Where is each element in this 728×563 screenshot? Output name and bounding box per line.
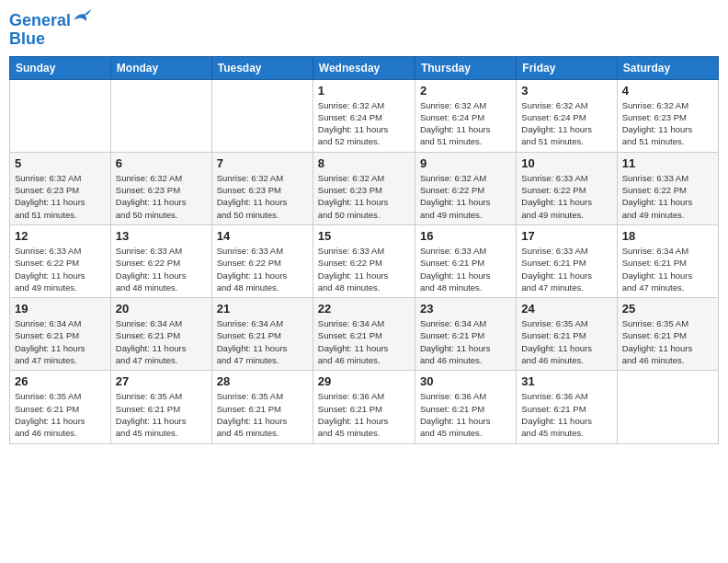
cell-info-text: Sunrise: 6:32 AM Sunset: 6:24 PM Dayligh… bbox=[420, 99, 511, 148]
cell-info-text: Sunrise: 6:33 AM Sunset: 6:22 PM Dayligh… bbox=[318, 245, 410, 293]
calendar-cell: 28Sunrise: 6:35 AM Sunset: 6:21 PM Dayli… bbox=[211, 371, 313, 443]
calendar-cell: 17Sunrise: 6:33 AM Sunset: 6:21 PM Dayli… bbox=[517, 224, 617, 297]
header: GeneralBlue bbox=[9, 9, 719, 49]
calendar-cell bbox=[10, 79, 111, 152]
cell-info-text: Sunrise: 6:36 AM Sunset: 6:21 PM Dayligh… bbox=[521, 390, 611, 439]
calendar-cell: 3Sunrise: 6:32 AM Sunset: 6:24 PM Daylig… bbox=[517, 79, 617, 152]
calendar-cell: 8Sunrise: 6:32 AM Sunset: 6:23 PM Daylig… bbox=[313, 152, 415, 224]
cell-info-text: Sunrise: 6:34 AM Sunset: 6:21 PM Dayligh… bbox=[622, 245, 713, 293]
cell-info-text: Sunrise: 6:35 AM Sunset: 6:21 PM Dayligh… bbox=[217, 390, 308, 439]
cell-day-number: 27 bbox=[116, 374, 207, 388]
cell-day-number: 5 bbox=[15, 156, 106, 170]
cell-info-text: Sunrise: 6:35 AM Sunset: 6:21 PM Dayligh… bbox=[521, 317, 611, 366]
cell-day-number: 26 bbox=[15, 374, 106, 388]
cell-info-text: Sunrise: 6:33 AM Sunset: 6:22 PM Dayligh… bbox=[622, 172, 713, 221]
cell-day-number: 3 bbox=[521, 84, 611, 98]
cell-info-text: Sunrise: 6:33 AM Sunset: 6:22 PM Dayligh… bbox=[15, 245, 106, 293]
cell-info-text: Sunrise: 6:33 AM Sunset: 6:22 PM Dayligh… bbox=[217, 245, 308, 293]
cell-day-number: 11 bbox=[622, 156, 713, 170]
cell-day-number: 16 bbox=[420, 229, 511, 243]
cell-info-text: Sunrise: 6:36 AM Sunset: 6:21 PM Dayligh… bbox=[318, 390, 410, 439]
cell-info-text: Sunrise: 6:34 AM Sunset: 6:21 PM Dayligh… bbox=[318, 317, 410, 366]
calendar-cell: 7Sunrise: 6:32 AM Sunset: 6:23 PM Daylig… bbox=[211, 152, 313, 224]
calendar-week-row: 19Sunrise: 6:34 AM Sunset: 6:21 PM Dayli… bbox=[10, 298, 719, 371]
cell-day-number: 24 bbox=[521, 302, 611, 316]
day-header-sunday: Sunday bbox=[10, 56, 111, 79]
cell-day-number: 30 bbox=[420, 374, 511, 388]
cell-info-text: Sunrise: 6:35 AM Sunset: 6:21 PM Dayligh… bbox=[622, 317, 713, 366]
cell-day-number: 22 bbox=[318, 302, 410, 316]
cell-info-text: Sunrise: 6:34 AM Sunset: 6:21 PM Dayligh… bbox=[15, 317, 106, 366]
calendar-cell: 26Sunrise: 6:35 AM Sunset: 6:21 PM Dayli… bbox=[10, 371, 111, 443]
calendar-cell bbox=[110, 79, 211, 152]
calendar-cell: 29Sunrise: 6:36 AM Sunset: 6:21 PM Dayli… bbox=[313, 371, 415, 443]
calendar-cell: 13Sunrise: 6:33 AM Sunset: 6:22 PM Dayli… bbox=[110, 224, 211, 297]
calendar-week-row: 5Sunrise: 6:32 AM Sunset: 6:23 PM Daylig… bbox=[10, 152, 719, 224]
day-header-tuesday: Tuesday bbox=[211, 56, 313, 79]
cell-day-number: 19 bbox=[15, 302, 106, 316]
calendar-cell: 10Sunrise: 6:33 AM Sunset: 6:22 PM Dayli… bbox=[517, 152, 617, 224]
cell-info-text: Sunrise: 6:32 AM Sunset: 6:22 PM Dayligh… bbox=[420, 172, 511, 221]
cell-day-number: 6 bbox=[116, 156, 207, 170]
cell-day-number: 7 bbox=[217, 156, 308, 170]
cell-info-text: Sunrise: 6:34 AM Sunset: 6:21 PM Dayligh… bbox=[420, 317, 511, 366]
calendar-cell: 12Sunrise: 6:33 AM Sunset: 6:22 PM Dayli… bbox=[10, 224, 111, 297]
cell-day-number: 14 bbox=[217, 229, 308, 243]
calendar-table: SundayMondayTuesdayWednesdayThursdayFrid… bbox=[9, 56, 719, 444]
cell-info-text: Sunrise: 6:32 AM Sunset: 6:23 PM Dayligh… bbox=[15, 172, 106, 221]
calendar-cell: 18Sunrise: 6:34 AM Sunset: 6:21 PM Dayli… bbox=[617, 224, 718, 297]
logo-text: GeneralBlue bbox=[9, 9, 93, 49]
calendar-cell: 2Sunrise: 6:32 AM Sunset: 6:24 PM Daylig… bbox=[415, 79, 516, 152]
calendar-cell: 21Sunrise: 6:34 AM Sunset: 6:21 PM Dayli… bbox=[211, 298, 313, 371]
cell-day-number: 15 bbox=[318, 229, 410, 243]
cell-day-number: 18 bbox=[622, 229, 713, 243]
cell-day-number: 23 bbox=[420, 302, 511, 316]
cell-day-number: 29 bbox=[318, 374, 410, 388]
cell-day-number: 4 bbox=[622, 84, 713, 98]
cell-day-number: 9 bbox=[420, 156, 511, 170]
cell-day-number: 8 bbox=[318, 156, 410, 170]
logo-bird-icon bbox=[73, 6, 93, 26]
cell-day-number: 2 bbox=[420, 84, 511, 98]
calendar-cell: 23Sunrise: 6:34 AM Sunset: 6:21 PM Dayli… bbox=[415, 298, 516, 371]
cell-info-text: Sunrise: 6:32 AM Sunset: 6:24 PM Dayligh… bbox=[521, 99, 611, 148]
cell-info-text: Sunrise: 6:33 AM Sunset: 6:22 PM Dayligh… bbox=[521, 172, 611, 221]
cell-info-text: Sunrise: 6:33 AM Sunset: 6:21 PM Dayligh… bbox=[420, 245, 511, 293]
cell-info-text: Sunrise: 6:32 AM Sunset: 6:23 PM Dayligh… bbox=[318, 172, 410, 221]
calendar-cell: 4Sunrise: 6:32 AM Sunset: 6:23 PM Daylig… bbox=[617, 79, 718, 152]
day-header-friday: Friday bbox=[517, 56, 617, 79]
cell-day-number: 10 bbox=[521, 156, 611, 170]
cell-info-text: Sunrise: 6:32 AM Sunset: 6:24 PM Dayligh… bbox=[318, 99, 410, 148]
cell-day-number: 25 bbox=[622, 302, 713, 316]
calendar-cell: 15Sunrise: 6:33 AM Sunset: 6:22 PM Dayli… bbox=[313, 224, 415, 297]
calendar-cell: 25Sunrise: 6:35 AM Sunset: 6:21 PM Dayli… bbox=[617, 298, 718, 371]
day-header-thursday: Thursday bbox=[415, 56, 516, 79]
cell-info-text: Sunrise: 6:32 AM Sunset: 6:23 PM Dayligh… bbox=[217, 172, 308, 221]
calendar-cell: 6Sunrise: 6:32 AM Sunset: 6:23 PM Daylig… bbox=[110, 152, 211, 224]
calendar-cell: 11Sunrise: 6:33 AM Sunset: 6:22 PM Dayli… bbox=[617, 152, 718, 224]
calendar-header-row: SundayMondayTuesdayWednesdayThursdayFrid… bbox=[10, 56, 719, 79]
calendar-cell: 9Sunrise: 6:32 AM Sunset: 6:22 PM Daylig… bbox=[415, 152, 516, 224]
logo: GeneralBlue bbox=[9, 9, 93, 49]
cell-info-text: Sunrise: 6:35 AM Sunset: 6:21 PM Dayligh… bbox=[116, 390, 207, 439]
cell-day-number: 12 bbox=[15, 229, 106, 243]
calendar-cell: 31Sunrise: 6:36 AM Sunset: 6:21 PM Dayli… bbox=[517, 371, 617, 443]
calendar-week-row: 26Sunrise: 6:35 AM Sunset: 6:21 PM Dayli… bbox=[10, 371, 719, 443]
calendar-cell: 19Sunrise: 6:34 AM Sunset: 6:21 PM Dayli… bbox=[10, 298, 111, 371]
day-header-monday: Monday bbox=[110, 56, 211, 79]
day-header-saturday: Saturday bbox=[617, 56, 718, 79]
cell-info-text: Sunrise: 6:35 AM Sunset: 6:21 PM Dayligh… bbox=[15, 390, 106, 439]
cell-day-number: 17 bbox=[521, 229, 611, 243]
cell-day-number: 31 bbox=[521, 374, 611, 388]
calendar-cell: 30Sunrise: 6:36 AM Sunset: 6:21 PM Dayli… bbox=[415, 371, 516, 443]
cell-info-text: Sunrise: 6:34 AM Sunset: 6:21 PM Dayligh… bbox=[217, 317, 308, 366]
calendar-cell: 27Sunrise: 6:35 AM Sunset: 6:21 PM Dayli… bbox=[110, 371, 211, 443]
calendar-cell: 22Sunrise: 6:34 AM Sunset: 6:21 PM Dayli… bbox=[313, 298, 415, 371]
cell-day-number: 1 bbox=[318, 84, 410, 98]
calendar-cell: 5Sunrise: 6:32 AM Sunset: 6:23 PM Daylig… bbox=[10, 152, 111, 224]
calendar-cell: 24Sunrise: 6:35 AM Sunset: 6:21 PM Dayli… bbox=[517, 298, 617, 371]
cell-info-text: Sunrise: 6:32 AM Sunset: 6:23 PM Dayligh… bbox=[116, 172, 207, 221]
page: GeneralBlue SundayMondayTuesdayWednesday… bbox=[0, 0, 728, 563]
cell-info-text: Sunrise: 6:36 AM Sunset: 6:21 PM Dayligh… bbox=[420, 390, 511, 439]
calendar-week-row: 1Sunrise: 6:32 AM Sunset: 6:24 PM Daylig… bbox=[10, 79, 719, 152]
